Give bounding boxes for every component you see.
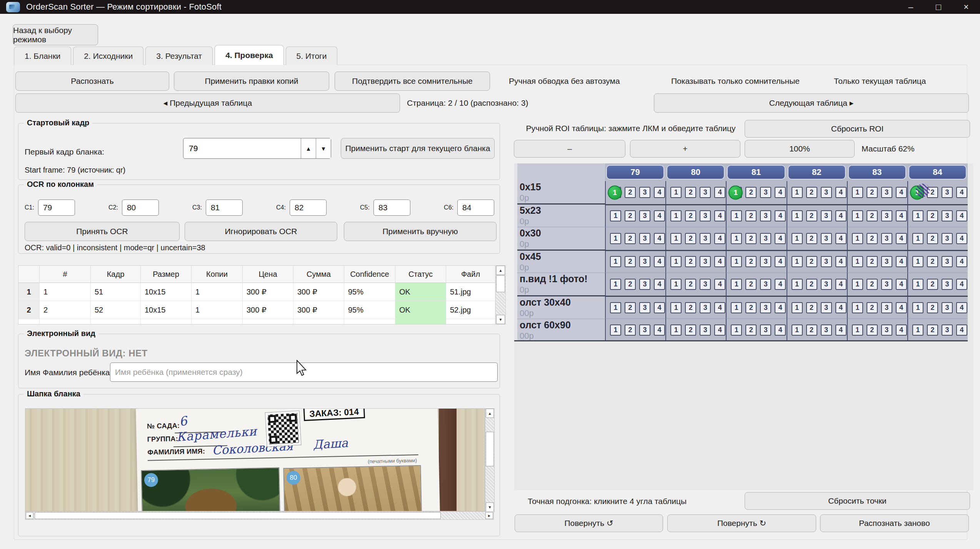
- column-header[interactable]: #: [40, 266, 91, 283]
- manual-outline-toggle[interactable]: Ручная обводка без автозума: [509, 77, 620, 86]
- scroll-down-icon[interactable]: ▾: [496, 315, 505, 324]
- scale-label: Масштаб 62%: [862, 144, 915, 153]
- checkbox-3: 3: [639, 279, 650, 290]
- reset-roi-button[interactable]: Сбросить ROI: [745, 120, 970, 138]
- rotate-cw-button[interactable]: Повернуть ↻: [667, 514, 816, 532]
- form-photo-vscrollbar[interactable]: ▴ ▾: [485, 408, 495, 512]
- checkbox-3: 3: [700, 324, 711, 336]
- checkbox-2: 2: [927, 279, 938, 290]
- pt-cell: 1234: [605, 204, 665, 227]
- ignore-ocr-button[interactable]: Игнорировать OCR: [185, 222, 337, 241]
- scroll-up-icon[interactable]: ▴: [486, 409, 494, 418]
- column-header[interactable]: Файл: [446, 266, 495, 283]
- checkbox-3: 3: [700, 233, 711, 244]
- zoom-100-button[interactable]: 100%: [745, 140, 855, 158]
- zoom-in-button[interactable]: +: [630, 140, 740, 158]
- show-doubtful-only-toggle[interactable]: Показывать только сомнительные: [671, 77, 800, 86]
- cell: [18, 319, 40, 324]
- column-header[interactable]: Кадр: [91, 266, 141, 283]
- scrollbar-thumb[interactable]: [486, 432, 494, 466]
- tab-4[interactable]: 4. Проверка: [215, 45, 283, 65]
- column-header[interactable]: Confidence: [344, 266, 395, 283]
- rotate-ccw-button[interactable]: Повернуть ↺: [515, 514, 663, 532]
- column-header[interactable]: Копии: [192, 266, 243, 283]
- checkbox-3: 3: [760, 324, 771, 336]
- checkbox-4: 4: [654, 210, 665, 221]
- scroll-right-icon[interactable]: ▸: [485, 512, 493, 519]
- zoom-out-button[interactable]: –: [514, 140, 625, 158]
- checkbox-3: 3: [942, 210, 953, 221]
- column-header[interactable]: Размер: [141, 266, 192, 283]
- results-table-scrollbar[interactable]: ▴ ▾: [495, 266, 505, 324]
- prev-table-button[interactable]: ◂ Предыдущая таблица: [15, 93, 400, 113]
- ocr-col-input-1[interactable]: [38, 200, 75, 216]
- scroll-down-icon[interactable]: ▾: [486, 502, 494, 512]
- apply-copy-edits-button[interactable]: Применить правки копий: [174, 72, 329, 91]
- checkbox-2: 2: [745, 302, 757, 313]
- ocr-col-label: C1:: [25, 204, 34, 211]
- tab-5[interactable]: 5. Итоги: [286, 47, 338, 65]
- form-photo-hscrollbar[interactable]: ◂ ▸: [25, 511, 494, 520]
- spin-down-icon[interactable]: ▼: [316, 138, 331, 158]
- accept-ocr-button[interactable]: Принять OCR: [25, 222, 180, 241]
- roi-canvas-panel: 0x150р5x230р0x300р0x450рп.вид !1 фото!0р…: [514, 163, 973, 490]
- pt-labels: 0x150р5x230р0x300р0x450рп.вид !1 фото!0р…: [517, 163, 605, 341]
- checkbox-3: 3: [821, 187, 832, 198]
- table-row[interactable]: 225210x151300 ₽300 ₽95%OK52.jpg: [18, 301, 505, 319]
- scrollbar-thumb[interactable]: [35, 512, 441, 519]
- checkbox-3: 3: [942, 302, 953, 313]
- checkbox-2: 2: [625, 233, 636, 244]
- next-table-button[interactable]: Следующая таблица ▸: [654, 93, 969, 113]
- ocr-col-input-2[interactable]: [122, 200, 159, 216]
- column-header[interactable]: Сумма: [293, 266, 344, 283]
- ocr-col-input-3[interactable]: [206, 200, 243, 216]
- ocr-col-input-6[interactable]: [457, 200, 494, 216]
- table-row[interactable]: 115110x151300 ₽300 ₽95%OK51.jpg: [18, 283, 505, 301]
- checkbox-4: 4: [775, 279, 786, 290]
- back-to-modes-button[interactable]: Назад к выбору режимов: [13, 24, 98, 45]
- form-header-group-title: Шапка бланка: [24, 389, 83, 398]
- pt-cell: 12341: [907, 181, 968, 204]
- ocr-col-input-5[interactable]: [373, 200, 410, 216]
- recognize-button[interactable]: Распознать: [15, 72, 169, 91]
- pt-cell: 1234: [907, 204, 968, 227]
- pt-cell: 1234: [787, 296, 847, 319]
- ocr-status: OCR: valid=0 | inconsistent | mode=qr | …: [25, 243, 205, 252]
- pt-cell: 1234: [907, 250, 968, 273]
- tab-1[interactable]: 1. Бланки: [14, 47, 71, 65]
- scrollbar-thumb[interactable]: [496, 275, 505, 292]
- current-table-only-toggle[interactable]: Только текущая таблица: [834, 77, 926, 86]
- page-info: Страница: 2 / 10 (распознано: 3): [407, 98, 528, 108]
- apply-manual-button[interactable]: Применить вручную: [344, 222, 497, 241]
- confirm-doubtful-button[interactable]: Подтвердить все сомнительные: [335, 72, 490, 91]
- tab-2[interactable]: 2. Исходники: [73, 47, 143, 65]
- checkbox-1: 1: [731, 324, 742, 336]
- minimize-button[interactable]: –: [897, 0, 925, 14]
- form-header-photo[interactable]: № САДА: 6 ГРУППА: Карамельки ФАМИЛИЯ ИМЯ…: [25, 408, 485, 511]
- close-button[interactable]: ×: [952, 0, 980, 14]
- scroll-up-icon[interactable]: ▴: [496, 266, 505, 275]
- application-window: OrderScan Sorter — Режим сортировки - Fo…: [0, 0, 980, 549]
- checkbox-2: 2: [745, 279, 757, 290]
- pt-cell: 1234: [847, 318, 907, 341]
- checkbox-1: 1: [610, 279, 621, 290]
- column-header[interactable]: Статус: [395, 266, 446, 283]
- maximize-button[interactable]: □: [925, 0, 952, 14]
- spin-up-icon[interactable]: ▲: [301, 138, 316, 158]
- tab-3[interactable]: 3. Результат: [145, 47, 213, 65]
- scroll-left-icon[interactable]: ◂: [26, 512, 33, 519]
- recognize-again-button[interactable]: Распознать заново: [820, 514, 969, 532]
- roi-photo[interactable]: 0x150р5x230р0x300р0x450рп.вид !1 фото!0р…: [514, 163, 968, 341]
- first-frame-input[interactable]: [183, 138, 301, 158]
- checkbox-1: 1: [610, 256, 621, 267]
- reset-points-button[interactable]: Сбросить точки: [745, 492, 970, 510]
- pt-row-name: олст 30x40: [520, 297, 605, 308]
- row-number: 1: [18, 283, 40, 301]
- checkbox-2: 2: [806, 210, 817, 221]
- pt-row-price: 0р: [520, 216, 605, 226]
- cell: [293, 319, 344, 324]
- ocr-col-input-4[interactable]: [290, 200, 327, 216]
- column-header[interactable]: Цена: [243, 266, 293, 283]
- apply-start-button[interactable]: Применить старт для текущего бланка: [341, 138, 495, 159]
- checkbox-1: 1: [670, 210, 682, 221]
